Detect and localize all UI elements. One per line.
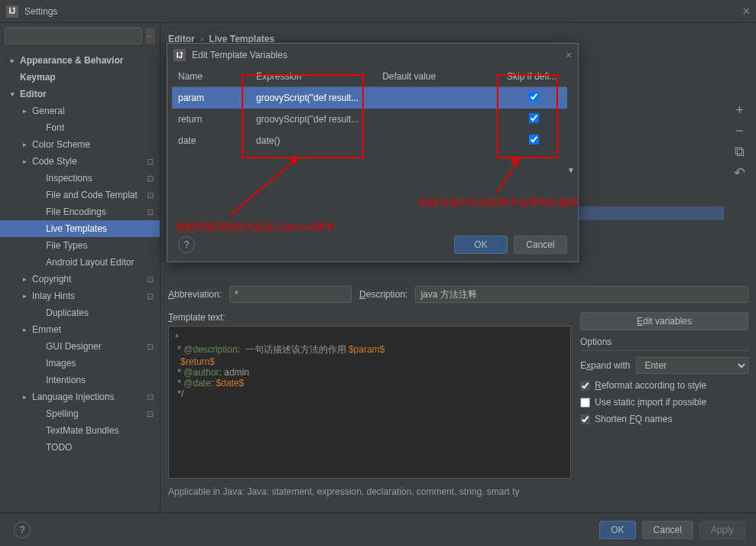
dialog-close-icon[interactable]: × [566,49,572,61]
sidebar-item-gui-designer[interactable]: GUI Designer⊡ [0,338,160,355]
sidebar-item-editor[interactable]: ▾Editor [0,86,160,102]
tree-item-label: Color Scheme [32,139,90,150]
description-input[interactable] [415,286,748,303]
sidebar-item-language-injections[interactable]: ▸Language Injections⊡ [0,388,160,405]
cell-name[interactable]: date [172,130,250,151]
apply-button[interactable]: Apply [699,521,745,539]
cancel-button[interactable]: Cancel [642,521,693,539]
tree-item-label: File and Code Templat [46,190,138,200]
tree-item-label: General [32,106,65,116]
close-icon[interactable]: × [743,5,750,18]
table-row[interactable]: return groovyScript("def result... [172,109,567,130]
sidebar-item-duplicates[interactable]: Duplicates [0,304,160,321]
sidebar-item-textmate-bundles[interactable]: TextMate Bundles [0,422,160,439]
cell-name[interactable]: param [172,87,250,109]
cell-skip[interactable] [501,87,567,109]
tree-item-label: Android Layout Editor [46,257,134,268]
template-text-label: Template text: [168,312,571,323]
tree-item-label: Font [46,122,64,133]
add-icon[interactable]: + [735,102,744,119]
tree-item-label: TextMate Bundles [46,425,118,436]
cell-default[interactable] [376,87,501,109]
tree-item-label: Inlay Hints [32,291,75,301]
sidebar-item-keymap[interactable]: Keymap [0,69,160,86]
sidebar-item-file-types[interactable]: File Types [0,237,160,254]
shorten-fq-checkbox[interactable]: Shorten FQ names [580,414,748,424]
tree-item-label: File Types [46,240,87,251]
sidebar-item-general[interactable]: ▸General [0,102,160,119]
sidebar-item-font[interactable]: Font [0,119,160,136]
sidebar-item-code-style[interactable]: ▸Code Style⊡ [0,153,160,170]
cell-default[interactable] [376,109,501,130]
col-name[interactable]: Name [172,67,250,87]
sidebar-item-todo[interactable]: TODO [0,439,160,456]
sidebar-item-emmet[interactable]: ▸Emmet [0,321,160,338]
cell-skip[interactable] [501,130,567,151]
tree-item-label: Appearance & Behavior [20,55,123,66]
col-skip[interactable]: Skip if defi... [501,67,567,87]
dialog-help-button[interactable]: ? [178,236,195,253]
variables-table: Name Expression Default value Skip if de… [172,67,567,151]
tree-item-label: Editor [20,89,47,99]
dialog-ok-button[interactable]: OK [454,236,508,254]
copy-icon[interactable]: ⧉ [735,144,745,160]
back-button[interactable]: ← [145,28,155,44]
applicable-text: Applicable in Java: Java: statement, exp… [168,486,748,497]
cell-expression[interactable]: date() [250,130,376,151]
col-default[interactable]: Default value [376,67,501,87]
search-input[interactable] [5,28,142,44]
reformat-checkbox[interactable]: Reformat according to style [580,380,748,391]
tree-item-label: Images [46,358,76,369]
sidebar-item-copyright[interactable]: ▸Copyright⊡ [0,271,160,288]
settings-tree: ▸Appearance & BehaviorKeymap▾Editor▸Gene… [0,49,160,512]
skip-checkbox[interactable] [529,135,539,145]
abbreviation-input[interactable] [229,286,352,303]
sidebar-item-live-templates[interactable]: Live Templates [0,220,160,237]
tree-item-label: TODO [46,442,72,453]
remove-icon[interactable]: − [735,123,744,139]
col-expression[interactable]: Expression [250,67,376,87]
tree-arrow-icon: ▸ [23,292,32,300]
sidebar: 🔍 ← ▸Appearance & BehaviorKeymap▾Editor▸… [0,23,161,512]
sidebar-item-file-and-code-templat[interactable]: File and Code Templat⊡ [0,187,160,203]
sidebar-item-android-layout-editor[interactable]: Android Layout Editor [0,254,160,271]
sidebar-item-file-encodings[interactable]: File Encodings⊡ [0,203,160,220]
sidebar-item-intentions[interactable]: Intentions [0,372,160,388]
sidebar-item-appearance-behavior[interactable]: ▸Appearance & Behavior [0,52,160,69]
table-row[interactable]: date date() [172,130,567,151]
static-import-checkbox[interactable]: Use static import if possible [580,397,748,408]
annotation-text-1: 参数和返回类型为自定义groovy脚本 [176,220,335,234]
gear-icon: ⊡ [147,207,154,217]
gear-icon: ⊡ [147,275,154,284]
sidebar-item-images[interactable]: Images [0,355,160,372]
cell-name[interactable]: return [172,109,250,130]
sidebar-item-color-scheme[interactable]: ▸Color Scheme [0,136,160,153]
gear-icon: ⊡ [147,342,154,352]
gear-icon: ⊡ [147,392,154,402]
cell-skip[interactable] [501,109,567,130]
skip-checkbox[interactable] [529,92,539,102]
revert-icon[interactable]: ↶ [734,164,745,181]
window-title-bar: IJ Settings × [0,0,756,23]
tree-item-label: File Encodings [46,206,106,217]
edit-variables-button[interactable]: Edit variables [580,312,748,330]
sidebar-item-inspections[interactable]: Inspections⊡ [0,170,160,187]
ok-button[interactable]: OK [599,521,635,539]
cell-default[interactable] [376,130,501,151]
tree-arrow-icon: ▸ [23,393,32,401]
sidebar-item-inlay-hints[interactable]: ▸Inlay Hints⊡ [0,288,160,304]
sidebar-item-spelling[interactable]: Spelling⊡ [0,405,160,422]
tree-item-label: Emmet [32,324,61,335]
help-button[interactable]: ? [14,522,31,538]
chevron-down-icon[interactable]: ▼ [567,166,575,174]
tree-item-label: Code Style [32,156,77,167]
expand-with-select[interactable]: Enter [636,357,748,374]
cell-expression[interactable]: groovyScript("def result... [250,87,376,109]
skip-checkbox[interactable] [529,113,539,123]
cell-expression[interactable]: groovyScript("def result... [250,109,376,130]
description-label: Description: [359,289,407,300]
template-code-area[interactable]: * * @description: 一句话描述该方法的作用 $param$ $r… [168,326,571,479]
dialog-cancel-button[interactable]: Cancel [514,236,567,254]
table-row[interactable]: param groovyScript("def result... [172,87,567,109]
window-title: Settings [24,6,57,17]
